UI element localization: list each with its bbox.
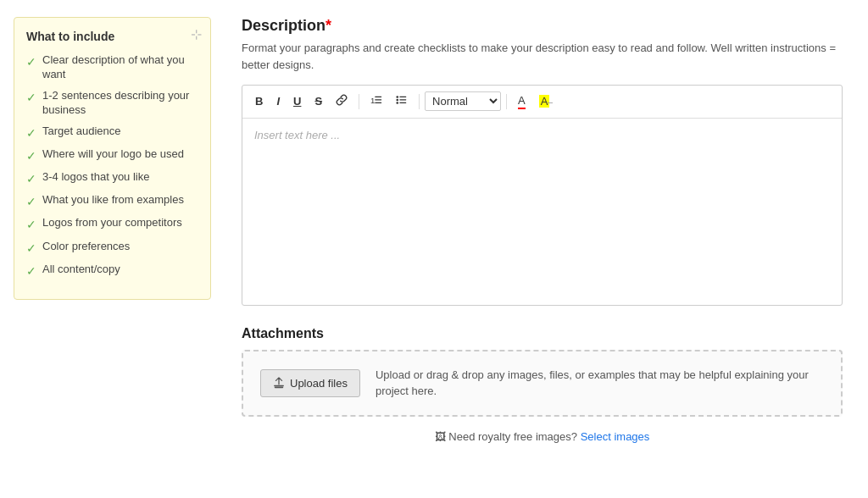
list-item: ✓ Target audience [26, 125, 197, 141]
ordered-list-button[interactable]: 1. [364, 91, 388, 113]
italic-button[interactable]: I [270, 91, 286, 112]
toolbar-separator [359, 94, 359, 109]
format-select[interactable]: Normal Heading 1 Heading 2 Heading 3 [425, 91, 501, 111]
sidebar-title: What to include [26, 30, 197, 43]
highlight-label: A [539, 95, 550, 108]
description-title: Description* [242, 17, 843, 35]
svg-rect-3 [375, 102, 381, 103]
checklist-item-label: Logos from your competitors [42, 216, 182, 230]
checklist-item-label: All content/copy [42, 263, 120, 277]
svg-point-6 [397, 102, 399, 104]
description-help-text: Format your paragraphs and create checkl… [242, 40, 843, 73]
checklist-item-label: Color preferences [42, 240, 130, 254]
rich-text-editor[interactable]: B I U S 1. Normal Heading 1 Headi [242, 85, 843, 306]
list-item: ✓ What you like from examples [26, 193, 197, 209]
list-item: ✓ 3-4 logos that you like [26, 170, 197, 186]
unordered-list-button[interactable] [390, 91, 414, 113]
list-item: ✓ Logos from your competitors [26, 216, 197, 232]
check-icon: ✓ [26, 125, 36, 141]
svg-point-5 [397, 99, 399, 102]
royalty-free-text: Need royalty free images? [448, 430, 577, 443]
list-item: ✓ Clear description of what you want [26, 53, 197, 82]
editor-toolbar: B I U S 1. Normal Heading 1 Headi [242, 86, 842, 119]
upload-files-button[interactable]: Upload files [260, 369, 360, 397]
move-icon[interactable]: ⊹ [191, 26, 202, 42]
editor-placeholder: Insert text here ... [254, 129, 340, 141]
toolbar-separator-3 [506, 94, 507, 109]
ordered-list-icon: 1. [370, 94, 382, 106]
list-item: ✓ Where will your logo be used [26, 147, 197, 163]
attachments-dropzone[interactable]: Upload files Upload or drag & drop any i… [242, 350, 843, 417]
check-icon: ✓ [26, 171, 36, 186]
unordered-list-icon [396, 94, 408, 106]
sidebar-checklist-box: What to include ⊹ ✓ Clear description of… [14, 17, 211, 300]
svg-rect-10 [275, 386, 284, 388]
checklist-item-label: Where will your logo be used [42, 147, 184, 162]
royalty-free-icon: 🖼 [435, 430, 446, 443]
checklist-item-label: 3-4 logos that you like [42, 170, 149, 185]
required-marker: * [326, 17, 331, 34]
check-icon: ✓ [26, 217, 36, 232]
list-item: ✓ All content/copy [26, 263, 197, 279]
svg-rect-1 [375, 97, 381, 97]
checklist-item-label: Clear description of what you want [42, 53, 197, 82]
list-item: ✓ Color preferences [26, 240, 197, 256]
strikethrough-button[interactable]: S [309, 91, 328, 112]
main-content: Description* Format your paragraphs and … [225, 0, 868, 498]
highlight-button[interactable]: A ̶ [533, 91, 559, 112]
link-button[interactable] [330, 91, 353, 113]
svg-rect-8 [399, 99, 406, 100]
upload-icon [273, 377, 285, 389]
attachments-title: Attachments [242, 326, 843, 341]
sidebar-checklist: ✓ Clear description of what you want ✓ 1… [26, 53, 197, 279]
svg-rect-9 [399, 102, 406, 103]
checklist-item-label: Target audience [42, 125, 121, 139]
list-item: ✓ 1-2 sentences describing your business [26, 89, 197, 118]
royalty-free-row: 🖼 Need royalty free images? Select image… [242, 430, 843, 443]
svg-rect-7 [399, 97, 406, 97]
attachments-description: Upload or drag & drop any images, files,… [376, 367, 824, 400]
link-icon [336, 94, 348, 106]
check-icon: ✓ [26, 54, 36, 69]
underline-button[interactable]: U [287, 91, 307, 112]
editor-content-area[interactable]: Insert text here ... [242, 119, 842, 305]
svg-rect-2 [375, 99, 381, 100]
upload-button-label: Upload files [290, 377, 348, 390]
checklist-item-label: 1-2 sentences describing your business [42, 89, 197, 118]
description-section: Description* Format your paragraphs and … [242, 17, 843, 306]
svg-point-4 [397, 96, 399, 98]
check-icon: ✓ [26, 194, 36, 209]
check-icon: ✓ [26, 241, 36, 256]
check-icon: ✓ [26, 263, 36, 279]
bold-button[interactable]: B [249, 91, 269, 112]
font-color-button[interactable]: A [512, 91, 531, 113]
check-icon: ✓ [26, 148, 36, 163]
font-color-label: A [518, 94, 526, 109]
select-images-link[interactable]: Select images [581, 430, 650, 443]
toolbar-separator-2 [419, 94, 420, 109]
sidebar: What to include ⊹ ✓ Clear description of… [0, 0, 225, 498]
checklist-item-label: What you like from examples [42, 193, 184, 208]
check-icon: ✓ [26, 90, 36, 105]
attachments-section: Attachments Upload files Upload or drag … [242, 326, 843, 443]
